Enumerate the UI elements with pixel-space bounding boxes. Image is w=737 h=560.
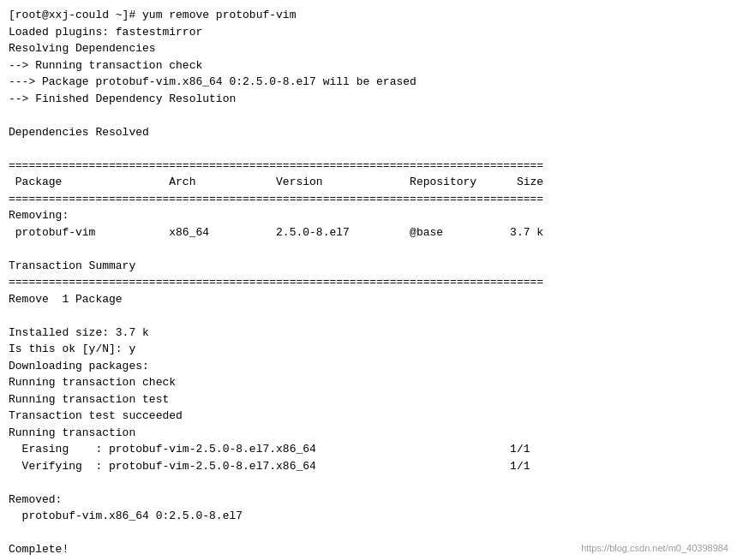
watermark: https://blog.csdn.net/m0_40398984 <box>581 543 728 553</box>
terminal-window: [root@xxj-could ~]# yum remove protobuf-… <box>0 0 737 560</box>
terminal-output: [root@xxj-could ~]# yum remove protobuf-… <box>9 7 728 560</box>
